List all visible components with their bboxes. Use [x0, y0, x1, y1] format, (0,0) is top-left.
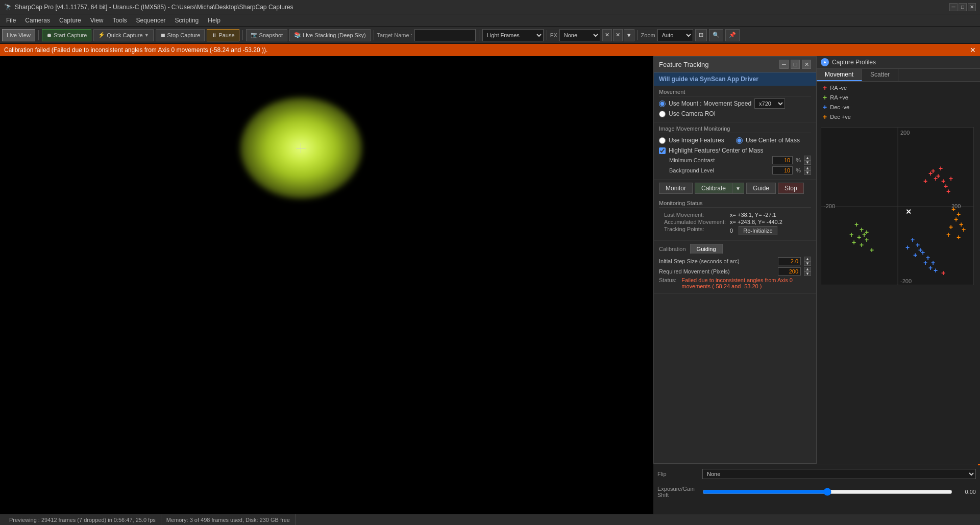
flip-select[interactable]: None	[702, 469, 976, 479]
fx-btn2[interactable]: ✕	[613, 29, 623, 41]
min-contrast-spinner: ▲ ▼	[804, 156, 811, 165]
zoom-bookmark-button[interactable]: 📌	[725, 29, 740, 41]
flip-row: Flip None	[653, 466, 980, 482]
error-message: Calibration failed (Failed due to incons…	[4, 46, 267, 54]
menu-tools[interactable]: Tools	[109, 16, 131, 25]
zoom-fit-button[interactable]: ⊞	[695, 29, 707, 41]
initial-step-spinner: ▲ ▼	[804, 257, 811, 266]
svg-text:+: +	[946, 187, 950, 195]
frame-type-select[interactable]: Light Frames	[482, 29, 544, 41]
menu-capture[interactable]: Capture	[55, 16, 85, 25]
target-name-label: Target Name :	[377, 32, 412, 38]
action-buttons: Monitor Calibrate ▼ Guide Stop	[659, 183, 811, 194]
stop-button[interactable]: Stop	[778, 183, 804, 194]
cp-icon: ●	[821, 58, 829, 66]
error-bar: Calibration failed (Failed due to incons…	[0, 44, 980, 56]
highlight-features-checkbox[interactable]	[659, 147, 666, 154]
calibrate-button[interactable]: Calibrate	[695, 183, 732, 194]
use-image-features-radio[interactable]	[659, 137, 666, 144]
pause-button[interactable]: ⏸ Pause	[207, 29, 239, 41]
required-movement-up[interactable]: ▲	[804, 267, 811, 271]
status-left: Previewing : 29412 frames (7 dropped) in…	[4, 514, 161, 525]
toolbar: Live View ⏺ Start Capture ⚡ Quick Captur…	[0, 27, 980, 44]
ft-maximize-button[interactable]: □	[791, 60, 800, 69]
last-movement-key: Last Movement:	[664, 212, 726, 218]
min-contrast-input[interactable]	[772, 156, 793, 164]
bg-level-up[interactable]: ▲	[804, 166, 811, 170]
initial-step-input[interactable]	[778, 257, 801, 265]
stop-capture-button[interactable]: ⏹ Stop Capture	[156, 29, 205, 41]
fx-btn1[interactable]: ✕	[602, 29, 612, 41]
scatter-svg: 200 -200 -200 200 + + + + + + +	[821, 127, 974, 285]
min-contrast-up[interactable]: ▲	[804, 156, 811, 160]
live-view-button[interactable]: Live View	[2, 29, 35, 41]
initial-step-down[interactable]: ▼	[804, 261, 811, 266]
required-movement-down[interactable]: ▼	[804, 271, 811, 276]
bg-level-down[interactable]: ▼	[804, 170, 811, 175]
menu-sequencer[interactable]: Sequencer	[132, 16, 170, 25]
app-icon: 🔭	[4, 4, 12, 11]
monitoring-status-title: Monitoring Status	[659, 200, 811, 208]
ft-title: Feature Tracking	[659, 61, 709, 68]
minimize-button[interactable]: ─	[949, 3, 958, 11]
scatter-tab[interactable]: Scatter	[862, 69, 898, 81]
initial-step-up[interactable]: ▲	[804, 257, 811, 261]
use-center-of-mass-radio[interactable]	[736, 137, 743, 144]
app-layout: 🔭 SharpCap Pro [v4.1.11757, 64 bit] - Ur…	[0, 0, 980, 525]
ft-close-button[interactable]: ✕	[802, 60, 811, 69]
quick-icon: ⚡	[98, 32, 105, 38]
use-camera-roi-radio[interactable]	[659, 111, 666, 117]
scatter-chart: 200 -200 -200 200 + + + + + + +	[817, 123, 980, 464]
min-contrast-row: Minimum Contrast % ▲ ▼	[669, 156, 811, 165]
required-movement-input[interactable]	[778, 267, 801, 276]
start-capture-button[interactable]: ⏺ Start Capture	[42, 29, 91, 41]
calibration-tabs: Guiding	[690, 244, 723, 254]
pause-icon: ⏸	[211, 32, 217, 38]
separator2	[242, 30, 243, 40]
accumulated-value: x= +243.8, Y= -440.2	[730, 219, 806, 225]
initial-step-row: Initial Step Size (seconds of arc) ▲ ▼	[659, 257, 811, 266]
quick-capture-button[interactable]: ⚡ Quick Capture ▼	[93, 29, 153, 41]
live-stacking-button[interactable]: 📚 Live Stacking (Deep Sky)	[289, 29, 371, 41]
movement-section: Movement Use Mount : Movement Speed x720…	[654, 86, 816, 122]
menu-scripting[interactable]: Scripting	[171, 16, 203, 25]
legend-dec-positive: + Dec +ve	[823, 113, 974, 121]
calibration-label: Calibration	[659, 246, 686, 252]
svg-text:✕: ✕	[905, 208, 912, 216]
guiding-tab[interactable]: Guiding	[690, 244, 723, 254]
guide-button[interactable]: Guide	[746, 183, 776, 194]
svg-text:+: +	[865, 236, 869, 244]
zoom-select[interactable]: Auto	[657, 29, 693, 41]
exposure-slider[interactable]	[702, 488, 952, 496]
ft-minimize-button[interactable]: ─	[779, 60, 789, 69]
fx-btn3[interactable]: ▼	[624, 29, 634, 41]
reinitialize-button[interactable]: Re-Initialize	[739, 226, 777, 235]
min-contrast-down[interactable]: ▼	[804, 160, 811, 165]
menu-help[interactable]: Help	[204, 16, 225, 25]
calibrate-dropdown-button[interactable]: ▼	[732, 183, 744, 194]
capture-profiles-title: Capture Profiles	[832, 59, 876, 66]
speed-select[interactable]: x720	[754, 98, 785, 109]
svg-text:200: 200	[900, 130, 910, 136]
zoom-search-button[interactable]: 🔍	[709, 29, 723, 41]
bg-level-input[interactable]	[772, 166, 793, 174]
last-movement-value: x= +38.1, Y= -27.1	[730, 212, 806, 218]
tracking-points-value: 0 Re-Initialize	[730, 226, 806, 235]
movement-tab[interactable]: Movement	[817, 69, 862, 81]
use-mount-radio[interactable]	[659, 101, 666, 107]
target-name-input[interactable]	[414, 29, 476, 41]
error-close-button[interactable]: ✕	[970, 46, 976, 54]
fx-select[interactable]: None	[559, 29, 600, 41]
menu-view[interactable]: View	[86, 16, 108, 25]
menu-cameras[interactable]: Cameras	[21, 16, 54, 25]
snapshot-button[interactable]: 📷 Snapshot	[246, 29, 287, 41]
svg-text:+: +	[852, 238, 856, 246]
zoom-label: Zoom	[641, 32, 655, 38]
maximize-button[interactable]: □	[959, 3, 967, 11]
right-panel: Feature Tracking ─ □ ✕ Will guide via Sy…	[653, 56, 980, 525]
ra-negative-icon: +	[823, 84, 827, 92]
close-button[interactable]: ✕	[968, 3, 976, 11]
menu-file[interactable]: File	[2, 16, 20, 25]
monitor-button[interactable]: Monitor	[659, 183, 693, 194]
window-title: SharpCap Pro [v4.1.11757, 64 bit] - Uran…	[15, 4, 293, 11]
